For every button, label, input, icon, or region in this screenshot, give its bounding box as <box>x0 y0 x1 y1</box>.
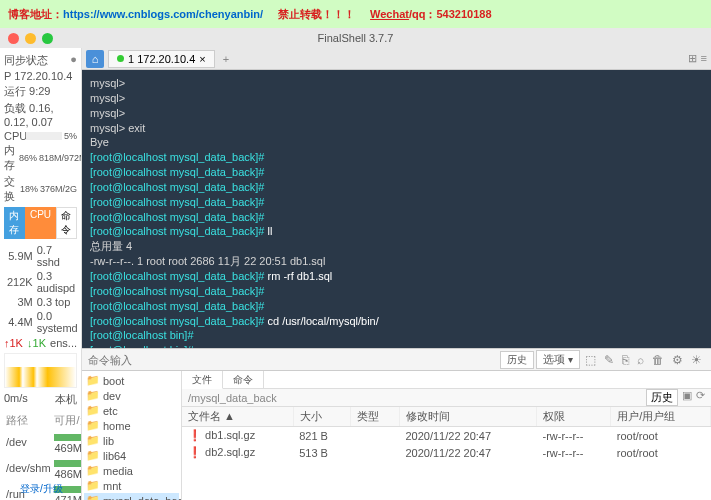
folder-icon: 📁 <box>86 374 100 387</box>
toolbar-icon[interactable]: ☀ <box>688 353 705 367</box>
folder-icon: 📁 <box>86 479 100 492</box>
history-button[interactable]: 历史 <box>500 351 534 369</box>
process-table: 5.9M0.7 sshd 212K0.3 audispd 3M0.3 top 4… <box>4 242 81 336</box>
home-icon[interactable]: ⌂ <box>86 50 104 68</box>
folder-icon: 📁 <box>86 449 100 462</box>
window-titlebar: FinalShell 3.7.7 <box>0 28 711 48</box>
tree-item[interactable]: 📁dev <box>84 388 179 403</box>
tree-item[interactable]: 📁media <box>84 463 179 478</box>
toolbar-icon[interactable]: ⚙ <box>669 353 686 367</box>
file-tabs[interactable]: 文件命令 <box>182 371 711 389</box>
folder-icon: 📁 <box>86 389 100 402</box>
layout-icon[interactable]: ▣ <box>682 389 692 406</box>
terminal[interactable]: mysql>mysql>mysql>mysql> exitBye[root@lo… <box>82 70 711 348</box>
tree-item[interactable]: 📁lib64 <box>84 448 179 463</box>
network-chart <box>4 353 77 388</box>
folder-icon: 📁 <box>86 434 100 447</box>
command-input-bar: 历史 选项 ▾ ⬚ ✎ ⎘ ⌕ 🗑 ⚙ ☀ <box>82 348 711 370</box>
traffic-lights[interactable] <box>8 33 53 44</box>
connection-tab[interactable]: 1 172.20.10.4× <box>108 50 215 68</box>
login-link[interactable]: 登录/升级 <box>20 482 63 496</box>
grid-icon[interactable]: ⊞ <box>688 52 697 65</box>
file-row: ❗ db1.sql.gz821 B2020/11/22 20:47-rw-r--… <box>182 427 711 445</box>
watermark-banner: 博客地址：https://www.cnblogs.com/chenyanbin/… <box>0 0 711 28</box>
tree-item[interactable]: 📁mnt <box>84 478 179 493</box>
toolbar-icon[interactable]: ⎘ <box>619 353 632 367</box>
tree-item[interactable]: 📁home <box>84 418 179 433</box>
folder-icon: 📁 <box>86 404 100 417</box>
folder-icon: 📁 <box>86 419 100 432</box>
toolbar-icon[interactable]: 🗑 <box>649 353 667 367</box>
tree-item[interactable]: 📁mysql_data_back <box>84 493 179 500</box>
options-button[interactable]: 选项 ▾ <box>536 350 580 369</box>
file-list[interactable]: 文件名 ▲大小类型修改时间权限用户/用户组 ❗ db1.sql.gz821 B2… <box>182 407 711 500</box>
sidebar-mini-tabs[interactable]: 内存CPU命令 <box>4 207 77 239</box>
toolbar-icon[interactable]: ✎ <box>601 353 617 367</box>
connection-tabs: ⌂ 1 172.20.10.4× + ⊞≡ <box>82 48 711 70</box>
file-row: ❗ db2.sql.gz513 B2020/11/22 20:47-rw-r--… <box>182 444 711 461</box>
sidebar: 同步状态● P 172.20.10.4 运行 9:29 负载 0.16, 0.1… <box>0 48 82 500</box>
tree-item[interactable]: 📁etc <box>84 403 179 418</box>
folder-icon: 📁 <box>86 494 100 500</box>
tree-item[interactable]: 📁lib <box>84 433 179 448</box>
add-tab-button[interactable]: + <box>219 53 233 65</box>
window-title: FinalShell 3.7.7 <box>318 32 394 44</box>
path-history-button[interactable]: 历史 <box>646 389 678 406</box>
close-tab-icon[interactable]: × <box>199 53 205 65</box>
menu-icon[interactable]: ≡ <box>701 52 707 65</box>
folder-tree[interactable]: 📁boot📁dev📁etc📁home📁lib📁lib64📁media📁mnt📁m… <box>82 371 182 500</box>
tree-item[interactable]: 📁boot <box>84 373 179 388</box>
blog-link[interactable]: https://www.cnblogs.com/chenyanbin/ <box>63 8 263 20</box>
toolbar-icon[interactable]: ⬚ <box>582 353 599 367</box>
command-input[interactable] <box>88 354 500 366</box>
status-dot-icon <box>117 55 124 62</box>
path-bar: /mysql_data_back 历史▣⟳ <box>182 389 711 407</box>
refresh-icon[interactable]: ⟳ <box>696 389 705 406</box>
toolbar-icon[interactable]: ⌕ <box>634 353 647 367</box>
sync-status-icon: ● <box>70 53 77 68</box>
folder-icon: 📁 <box>86 464 100 477</box>
